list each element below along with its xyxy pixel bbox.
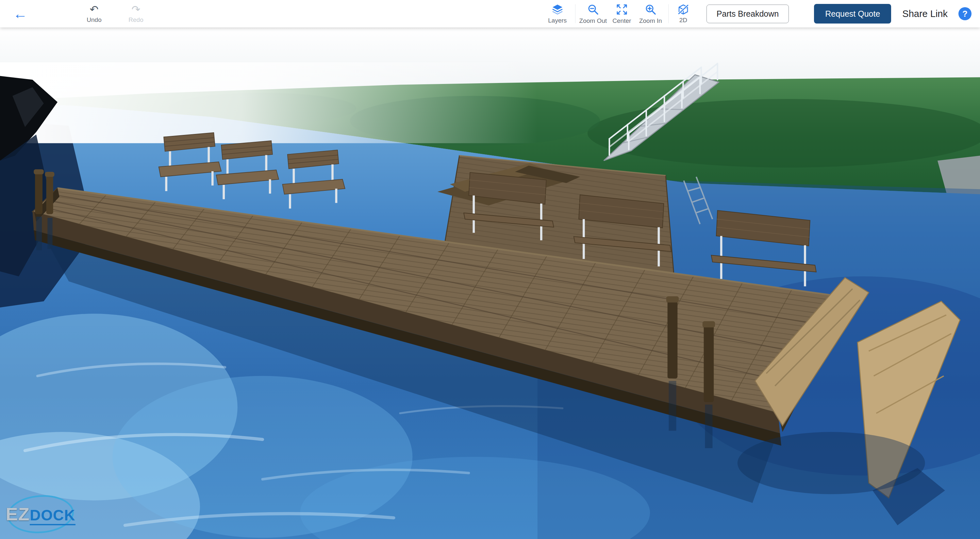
redo-label: Redo bbox=[129, 16, 143, 24]
zoom-in-label: Zoom In bbox=[639, 17, 662, 24]
parts-breakdown-button[interactable]: Parts Breakdown bbox=[706, 5, 789, 23]
center-button[interactable]: Center bbox=[608, 3, 636, 24]
logo-ez-text: EZ bbox=[6, 503, 30, 525]
redo-icon: ↷ bbox=[132, 4, 140, 15]
zoom-in-button[interactable]: Zoom In bbox=[636, 3, 665, 24]
scene-canvas[interactable] bbox=[0, 27, 980, 539]
help-button[interactable]: ? bbox=[958, 7, 972, 20]
cube-2d-icon bbox=[678, 4, 689, 15]
zoom-in-icon bbox=[644, 3, 657, 16]
request-quote-button[interactable]: Request Quote bbox=[814, 4, 891, 24]
arrow-left-icon: ← bbox=[13, 6, 27, 22]
ezdock-logo: EZ DOCK bbox=[7, 495, 74, 533]
zoom-out-label: Zoom Out bbox=[579, 17, 607, 24]
back-button[interactable]: ← bbox=[10, 6, 31, 21]
toolbar-divider bbox=[575, 4, 576, 23]
undo-icon: ↶ bbox=[90, 4, 99, 15]
center-label: Center bbox=[612, 17, 631, 24]
toolbar-right-cluster: Layers Zoom Out Center bbox=[543, 3, 980, 24]
zoom-out-button[interactable]: Zoom Out bbox=[579, 3, 608, 24]
help-icon: ? bbox=[963, 9, 967, 19]
fog-haze bbox=[0, 62, 538, 143]
layers-icon bbox=[551, 3, 564, 15]
redo-button[interactable]: ↷ Redo bbox=[122, 4, 150, 24]
undo-button[interactable]: ↶ Undo bbox=[80, 4, 108, 24]
parts-breakdown-label: Parts Breakdown bbox=[717, 9, 779, 18]
logo-dock-text: DOCK bbox=[30, 506, 75, 525]
undo-label: Undo bbox=[87, 16, 101, 24]
center-icon bbox=[616, 3, 628, 16]
request-quote-label: Request Quote bbox=[825, 9, 880, 18]
mode-2d-label: 2D bbox=[679, 17, 687, 24]
toolbar: ← ↶ Undo ↷ Redo Layers Zoom Out bbox=[0, 0, 980, 27]
share-link-button[interactable]: Share Link bbox=[902, 8, 948, 19]
layers-button[interactable]: Layers bbox=[543, 3, 572, 24]
mode-2d-button[interactable]: 2D bbox=[672, 4, 695, 24]
zoom-out-icon bbox=[587, 3, 599, 16]
layers-label: Layers bbox=[548, 17, 566, 24]
